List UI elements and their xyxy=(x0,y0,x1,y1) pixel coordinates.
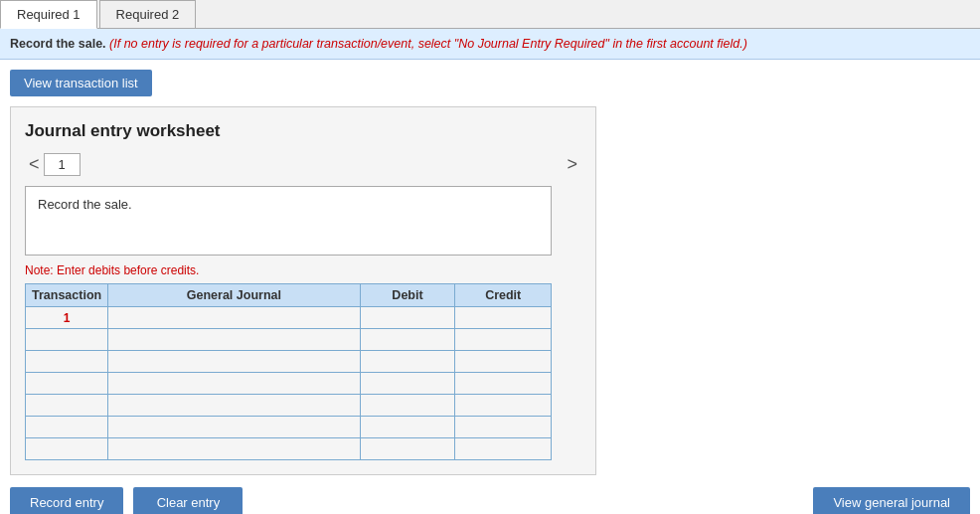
view-transaction-button[interactable]: View transaction list xyxy=(10,70,152,96)
clear-entry-button[interactable]: Clear entry xyxy=(133,487,243,514)
input-general-journal[interactable] xyxy=(108,438,359,459)
input-general-journal[interactable] xyxy=(108,307,359,328)
input-credit[interactable] xyxy=(455,438,551,459)
nav-row: < 1 > xyxy=(25,153,581,176)
cell-general-journal[interactable] xyxy=(108,373,360,395)
input-general-journal[interactable] xyxy=(108,329,359,350)
table-row xyxy=(26,395,552,417)
record-entry-button[interactable]: Record entry xyxy=(10,487,123,514)
cell-debit[interactable] xyxy=(360,395,455,417)
description-box: Record the sale. xyxy=(25,186,552,256)
table-row xyxy=(26,373,552,395)
input-debit[interactable] xyxy=(361,307,455,328)
cell-debit[interactable] xyxy=(360,329,455,351)
input-credit[interactable] xyxy=(455,373,551,394)
cell-credit[interactable] xyxy=(455,438,552,460)
tab-required-1[interactable]: Required 1 xyxy=(0,0,97,29)
cell-credit[interactable] xyxy=(455,373,552,395)
input-debit[interactable] xyxy=(361,417,455,437)
input-general-journal[interactable] xyxy=(108,373,359,394)
nav-left-arrow[interactable]: < xyxy=(25,154,44,175)
cell-general-journal[interactable] xyxy=(108,438,360,460)
info-note: (If no entry is required for a particula… xyxy=(109,37,747,51)
worksheet-container: Journal entry worksheet < 1 > Record the… xyxy=(10,106,596,475)
bottom-buttons: Record entry Clear entry View general jo… xyxy=(10,487,970,514)
tabs-bar: Required 1 Required 2 xyxy=(0,0,980,29)
cell-credit[interactable] xyxy=(455,351,552,373)
journal-table: Transaction General Journal Debit Credit… xyxy=(25,283,552,460)
cell-general-journal[interactable] xyxy=(108,395,360,417)
table-row xyxy=(26,351,552,373)
input-debit[interactable] xyxy=(361,395,455,416)
tab-required-2[interactable]: Required 2 xyxy=(99,0,197,28)
col-header-transaction: Transaction xyxy=(26,284,108,307)
input-debit[interactable] xyxy=(361,329,455,350)
cell-transaction xyxy=(26,417,108,438)
cell-credit[interactable] xyxy=(455,329,552,351)
table-row xyxy=(26,438,552,460)
cell-transaction: 1 xyxy=(26,307,108,329)
cell-transaction xyxy=(26,395,108,417)
cell-general-journal[interactable] xyxy=(108,351,360,373)
col-header-general-journal: General Journal xyxy=(108,284,360,307)
cell-credit[interactable] xyxy=(455,417,552,438)
table-row xyxy=(26,329,552,351)
cell-debit[interactable] xyxy=(360,438,455,460)
cell-credit[interactable] xyxy=(455,395,552,417)
cell-debit[interactable] xyxy=(360,307,455,329)
nav-current-tab: 1 xyxy=(44,153,81,176)
input-debit[interactable] xyxy=(361,438,455,459)
input-general-journal[interactable] xyxy=(108,351,359,372)
input-general-journal[interactable] xyxy=(108,417,359,437)
info-prefix: Record the sale. xyxy=(10,37,106,51)
cell-transaction xyxy=(26,329,108,351)
input-credit[interactable] xyxy=(455,329,551,350)
cell-transaction xyxy=(26,373,108,395)
note-text: Note: Enter debits before credits. xyxy=(25,263,581,277)
cell-debit[interactable] xyxy=(360,417,455,438)
cell-credit[interactable] xyxy=(455,307,552,329)
table-row xyxy=(26,417,552,438)
view-general-journal-button[interactable]: View general journal xyxy=(813,487,970,514)
input-credit[interactable] xyxy=(455,307,551,328)
input-general-journal[interactable] xyxy=(108,395,359,416)
col-header-credit: Credit xyxy=(455,284,552,307)
input-credit[interactable] xyxy=(455,395,551,416)
cell-debit[interactable] xyxy=(360,373,455,395)
input-credit[interactable] xyxy=(455,417,551,437)
cell-transaction xyxy=(26,438,108,460)
info-bar: Record the sale. (If no entry is require… xyxy=(0,29,980,60)
cell-transaction xyxy=(26,351,108,373)
cell-debit[interactable] xyxy=(360,351,455,373)
cell-general-journal[interactable] xyxy=(108,307,360,329)
nav-right-arrow[interactable]: > xyxy=(563,154,581,175)
table-row: 1 xyxy=(26,307,552,329)
cell-general-journal[interactable] xyxy=(108,417,360,438)
input-debit[interactable] xyxy=(361,373,455,394)
cell-general-journal[interactable] xyxy=(108,329,360,351)
worksheet-title: Journal entry worksheet xyxy=(25,121,581,141)
input-credit[interactable] xyxy=(455,351,551,372)
input-debit[interactable] xyxy=(361,351,455,372)
col-header-debit: Debit xyxy=(360,284,455,307)
